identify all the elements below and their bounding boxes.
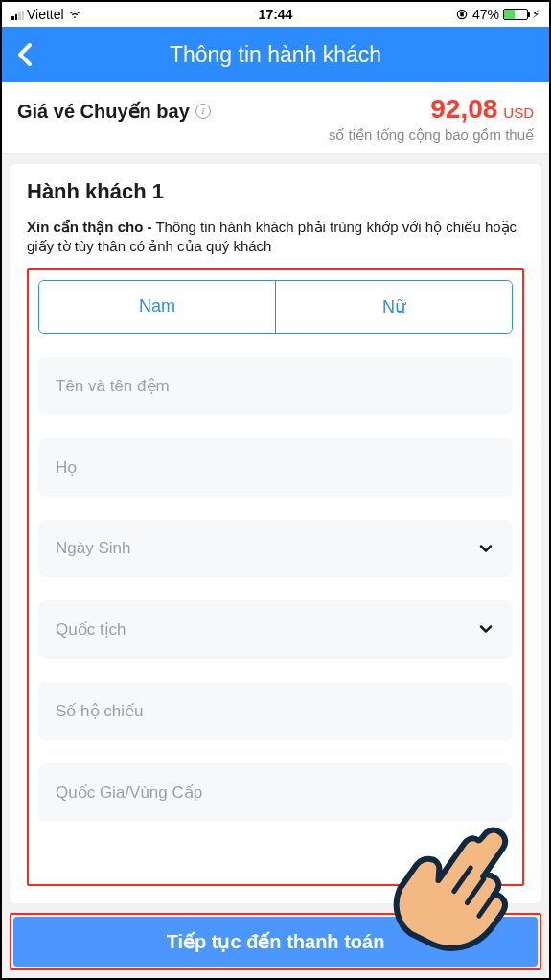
field-placeholder: Số hộ chiếu — [56, 701, 143, 721]
clock: 17:44 — [259, 7, 293, 22]
status-bar: Viettel 17:44 47% ⚡︎ — [2, 2, 549, 27]
status-left: Viettel — [11, 7, 82, 22]
passport-number-field[interactable]: Số hộ chiếu — [38, 682, 513, 740]
surname-field[interactable]: Họ — [38, 438, 513, 497]
price-amount: 92,08 — [430, 94, 497, 125]
signal-icon — [11, 9, 24, 20]
gender-male-button[interactable]: Nam — [39, 281, 275, 333]
orientation-lock-icon — [455, 8, 469, 21]
page-title: Thông tin hành khách — [170, 42, 381, 68]
price-currency: USD — [503, 105, 534, 121]
battery-icon — [503, 9, 528, 20]
dob-field[interactable]: Ngày Sinh — [38, 520, 513, 577]
back-button[interactable] — [2, 27, 48, 82]
content-area: Hành khách 1 Xin cẩn thận cho - Thông ti… — [2, 154, 549, 978]
form-highlight: Nam Nữ Tên và tên đệm Họ Ngày Sinh Quốc … — [27, 268, 524, 887]
field-placeholder: Quốc Gia/Vùng Cấp — [56, 782, 202, 803]
battery-pct: 47% — [472, 7, 499, 22]
gender-female-button[interactable]: Nữ — [275, 281, 512, 333]
price-subtext: số tiền tổng cộng bao gồm thuế — [17, 127, 534, 144]
gender-segment: Nam Nữ — [38, 280, 513, 334]
info-icon[interactable]: i — [195, 104, 211, 119]
issuing-country-field[interactable]: Quốc Gia/Vùng Cấp — [38, 763, 513, 822]
continue-button[interactable]: Tiếp tục đến thanh toán — [13, 917, 538, 967]
given-name-field[interactable]: Tên và tên đệm — [38, 357, 513, 415]
passenger-card: Hành khách 1 Xin cẩn thận cho - Thông ti… — [10, 164, 541, 903]
price-label: Giá vé Chuyến bay i — [17, 100, 211, 123]
price-value: 92,08 USD — [430, 94, 534, 125]
field-placeholder: Quốc tịch — [56, 619, 126, 640]
carrier-label: Viettel — [27, 7, 64, 22]
field-placeholder: Tên và tên đệm — [56, 376, 170, 396]
top-nav: Thông tin hành khách — [2, 27, 549, 82]
price-section[interactable]: Giá vé Chuyến bay i 92,08 USD số tiền tổ… — [2, 82, 549, 154]
passenger-notice: Xin cẩn thận cho - Thông tin hành khách … — [27, 218, 524, 257]
svg-rect-1 — [461, 13, 463, 16]
nationality-field[interactable]: Quốc tịch — [38, 600, 513, 659]
continue-highlight: Tiếp tục đến thanh toán — [10, 913, 541, 970]
field-placeholder: Ngày Sinh — [56, 539, 130, 558]
field-placeholder: Họ — [56, 457, 77, 478]
passenger-title: Hành khách 1 — [27, 179, 524, 204]
charging-icon: ⚡︎ — [532, 8, 540, 21]
wifi-icon — [67, 9, 82, 20]
chevron-down-icon — [476, 619, 495, 639]
chevron-left-icon — [16, 41, 34, 68]
chevron-down-icon — [476, 539, 495, 558]
status-right: 47% ⚡︎ — [455, 7, 540, 22]
